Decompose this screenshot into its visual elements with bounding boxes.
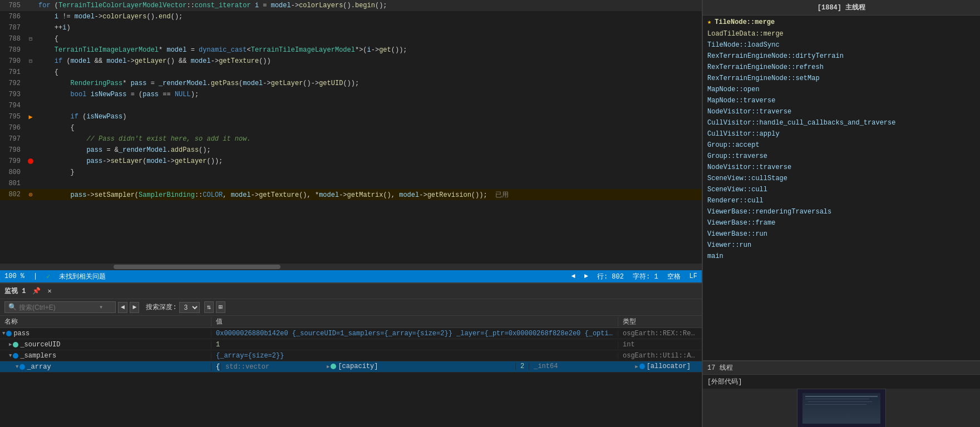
callstack-list[interactable]: LoadTileData::merge TileNode::loadSync R… xyxy=(703,28,980,360)
line-content: for (TerrainTileColorLayerModelVector::c… xyxy=(36,2,702,9)
watch-row[interactable]: ▼ _samplers {_array={size=2}} osgEarth::… xyxy=(0,350,702,361)
tree-expand-icon[interactable]: ▼ xyxy=(16,364,18,370)
callstack-frame[interactable]: Group::accept xyxy=(703,140,980,151)
callstack-frame[interactable]: SceneView::cull xyxy=(703,184,980,195)
code-line[interactable]: 794 xyxy=(0,100,702,111)
code-line[interactable]: 802 ⊙ pass->setSampler(SamplerBinding::C… xyxy=(0,189,702,200)
search-dropdown-icon[interactable]: ▾ xyxy=(99,303,103,311)
callstack-frame[interactable]: MapNode::open xyxy=(703,84,980,95)
sort-btn[interactable]: ⇅ xyxy=(204,301,214,313)
callstack-frame[interactable]: ViewerBase::renderingTraversals xyxy=(703,206,980,217)
callstack-frame[interactable]: CullVisitor::apply xyxy=(703,128,980,140)
callstack-frame[interactable]: ViewerBase::run xyxy=(703,229,980,240)
expand-icon[interactable]: ▶ xyxy=(28,113,32,121)
search-input[interactable] xyxy=(19,304,97,311)
code-line[interactable]: 800 } xyxy=(0,167,702,178)
code-line[interactable]: 790 ⊟ if (model && model->getLayer() && … xyxy=(0,56,702,67)
code-line[interactable]: 786 i != model->colorLayers().end(); xyxy=(0,11,702,22)
forward-btn[interactable]: ► xyxy=(130,302,139,313)
callstack-frame[interactable]: SceneView::cullStage xyxy=(703,173,980,184)
tree-expand-icon[interactable]: ▶ xyxy=(635,364,638,370)
frame-label: CullVisitor::apply xyxy=(707,130,780,138)
code-line[interactable]: 788 ⊟ { xyxy=(0,33,702,44)
watch-panel: 监视 1 📌 ✕ 🔍 ▾ ◄ ► 搜索深度: 3 1 2 5 xyxy=(0,282,702,427)
callstack-frame[interactable]: RexTerrainEngineNode::dirtyTerrain xyxy=(703,51,980,62)
watch-row[interactable]: ▶ _sourceUID 1 int xyxy=(0,339,702,350)
frame-label: CullVisitor::handle_cull_callbacks_and_t… xyxy=(707,119,895,127)
collapse-icon[interactable]: ⊟ xyxy=(29,36,32,42)
line-number: 790 xyxy=(0,57,25,65)
scroll-right[interactable]: ► xyxy=(584,272,588,280)
callstack-frame[interactable]: RexTerrainEngineNode::setMap xyxy=(703,73,980,84)
watch-pin-icon[interactable]: 📌 xyxy=(32,287,41,295)
callstack-frame[interactable]: MapNode::traverse xyxy=(703,95,980,106)
tree-expand-icon[interactable]: ▶ xyxy=(327,364,329,370)
scroll-left[interactable]: ◄ xyxy=(572,272,575,280)
depth-select[interactable]: 3 1 2 5 xyxy=(179,302,200,313)
lf-info: LF xyxy=(690,272,697,280)
filter-btn[interactable]: ⊞ xyxy=(216,301,225,313)
external-code-label: [外部代码] xyxy=(703,375,980,389)
spaces-info: 空格 xyxy=(667,272,681,281)
line-content: { xyxy=(36,35,702,43)
code-line[interactable]: 789 TerrainTileImageLayerModel* model = … xyxy=(0,44,702,56)
watch-search-box[interactable]: 🔍 ▾ xyxy=(4,301,116,313)
line-number: 785 xyxy=(0,2,25,9)
code-line[interactable]: 795 ▶ if (isNewPass) xyxy=(0,111,702,122)
callstack-frame[interactable]: NodeVisitor::traverse xyxy=(703,162,980,173)
code-line[interactable]: 791 { xyxy=(0,67,702,78)
h-scroll-thumb[interactable] xyxy=(114,265,280,269)
col-type: 类型 xyxy=(618,317,702,326)
code-line[interactable]: 797 // Pass didn't exist here, so add it… xyxy=(0,133,702,145)
watch-close-icon[interactable]: ✕ xyxy=(47,287,51,295)
line-content: pass = &_renderModel.addPass(); xyxy=(36,146,702,154)
line-content: RenderingPass* pass = _renderModel.getPa… xyxy=(36,80,702,87)
h-scrollbar[interactable] xyxy=(0,264,702,270)
back-btn[interactable]: ◄ xyxy=(118,302,127,313)
callstack-thread: ★ TileNode::merge xyxy=(703,16,980,28)
line-content: if (model && model->getLayer() && model-… xyxy=(36,57,702,65)
callstack-frame[interactable]: ViewerBase::frame xyxy=(703,217,980,229)
watch-row[interactable]: ▶ [capacity] 2 _int64 xyxy=(304,361,613,373)
var-name: [capacity] xyxy=(338,363,378,370)
code-line[interactable]: 801 xyxy=(0,178,702,189)
main-container: 785 for (TerrainTileColorLayerModelVecto… xyxy=(0,0,980,427)
obj-dot xyxy=(331,364,336,369)
watch-cell-name: ▶ [capacity] xyxy=(304,363,516,370)
callstack-frame[interactable]: LoadTileData::merge xyxy=(703,28,980,39)
code-line[interactable]: 792 RenderingPass* pass = _renderModel.g… xyxy=(0,78,702,89)
callstack-frame[interactable]: CullVisitor::handle_cull_callbacks_and_t… xyxy=(703,117,980,128)
tree-expand-icon[interactable]: ▼ xyxy=(9,353,12,359)
callstack-frame[interactable]: main xyxy=(703,251,980,262)
frame-label: NodeVisitor::traverse xyxy=(707,108,791,116)
line-number: 787 xyxy=(0,24,25,32)
tree-expand-icon[interactable]: ▶ xyxy=(9,341,12,347)
code-area[interactable]: 785 for (TerrainTileColorLayerModelVecto… xyxy=(0,0,702,264)
line-gutter: ▶ xyxy=(25,113,36,121)
callstack-frame[interactable]: TileNode::loadSync xyxy=(703,39,980,51)
collapse-icon[interactable]: ⊟ xyxy=(29,58,32,64)
frame-label: RexTerrainEngineNode::refresh xyxy=(707,63,824,71)
watch-row[interactable]: ▼ pass 0x0000026880b142e0 {_sourceUID=1_… xyxy=(0,328,702,339)
watch-cell-name: ▶ _sourceUID xyxy=(0,341,211,349)
code-line[interactable]: 793 bool isNewPass = (pass == NULL); xyxy=(0,89,702,100)
watch-row[interactable]: ▼ _array {size=2} std::vector ▶ [capacit… xyxy=(0,361,702,373)
callstack-frame[interactable]: Renderer::cull xyxy=(703,195,980,206)
watch-cell-type: _int64 xyxy=(529,363,613,370)
line-number: 792 xyxy=(0,80,25,87)
callstack-frame[interactable]: Group::traverse xyxy=(703,151,980,162)
watch-table[interactable]: 名称 值 类型 ▼ pass 0x0000026880b142e0 {_sour… xyxy=(0,316,702,427)
callstack-frame[interactable]: NodeVisitor::traverse xyxy=(703,106,980,117)
code-line[interactable]: 787 ++i) xyxy=(0,22,702,33)
watch-row[interactable]: ▶ [allocator] allocator std::_Compresse.… xyxy=(613,361,702,373)
code-line[interactable]: 785 for (TerrainTileColorLayerModelVecto… xyxy=(0,0,702,11)
callstack-bottom: 17 线程 [外部代码] xyxy=(703,360,980,427)
callstack-frame[interactable]: Viewer::run xyxy=(703,240,980,251)
code-line[interactable]: 796 { xyxy=(0,122,702,133)
obj-dot xyxy=(639,364,645,369)
no-issues-icon: ✓ xyxy=(46,272,50,281)
tree-expand-icon[interactable]: ▼ xyxy=(2,331,5,336)
callstack-frame[interactable]: RexTerrainEngineNode::refresh xyxy=(703,62,980,73)
code-line[interactable]: 798 pass = &_renderModel.addPass(); xyxy=(0,145,702,156)
code-line[interactable]: 799 pass->setLayer(model->getLayer()); xyxy=(0,156,702,167)
